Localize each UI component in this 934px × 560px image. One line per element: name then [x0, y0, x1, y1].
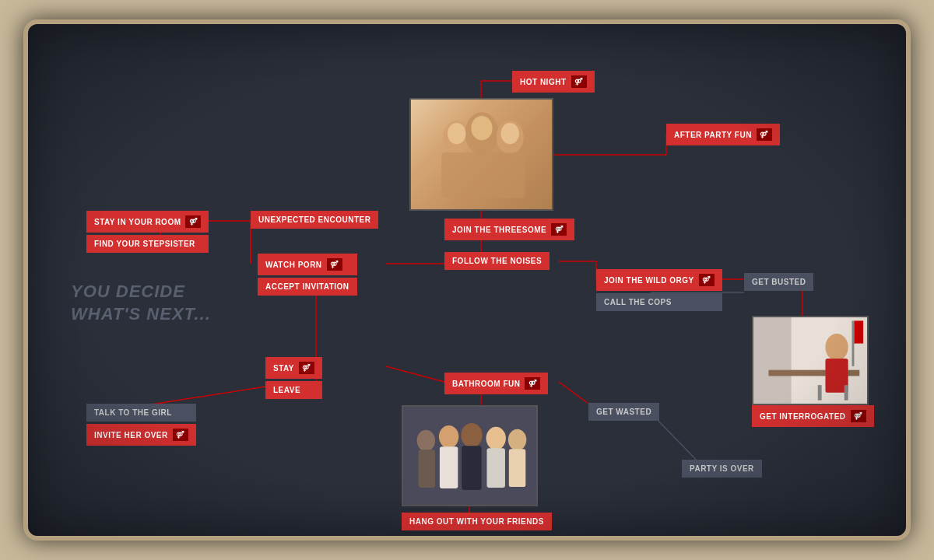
- scene-image-interrogation[interactable]: [752, 316, 869, 405]
- svg-point-47: [439, 425, 458, 448]
- svg-point-32: [448, 123, 465, 144]
- join-threesome-node[interactable]: JOIN THE THREESOME ⚤: [444, 219, 574, 240]
- get-wasted-node[interactable]: GET WASTED: [588, 403, 659, 421]
- unexpected-encounter-button[interactable]: UNEXPECTED ENCOUNTER: [251, 211, 378, 229]
- sexy-icon: ⚤: [699, 274, 715, 286]
- talk-to-girl-button[interactable]: TALK TO THE GIRL: [86, 404, 196, 422]
- get-busted-button[interactable]: GET BUSTED: [744, 273, 813, 291]
- get-wasted-button[interactable]: GET WASTED: [588, 403, 659, 421]
- party-over-node[interactable]: PARTY IS OVER: [682, 460, 762, 478]
- stay-in-room-button[interactable]: STAY IN YOUR ROOM ⚤: [86, 211, 209, 233]
- svg-rect-46: [419, 450, 435, 488]
- join-threesome-button[interactable]: JOIN THE THREESOME ⚤: [444, 219, 574, 240]
- call-cops-button[interactable]: CALL THE COPS: [596, 293, 722, 311]
- get-interrogated-node[interactable]: GET INTERROGATED ⚤: [752, 405, 874, 427]
- find-stepsister-button[interactable]: FIND YOUR STEPSISTER: [86, 235, 209, 253]
- leave-button[interactable]: LEAVE: [265, 381, 322, 399]
- hang-out-button[interactable]: HANG OUT WITH YOUR FRIENDS: [402, 513, 552, 530]
- scene-image-party[interactable]: [402, 405, 538, 506]
- svg-rect-40: [818, 385, 822, 400]
- svg-rect-54: [509, 449, 525, 487]
- svg-rect-42: [852, 320, 855, 366]
- after-party-fun-button[interactable]: AFTER PARTY FUN ⚤: [666, 124, 780, 145]
- sexy-icon: ⚤: [299, 362, 314, 374]
- svg-rect-43: [854, 320, 863, 343]
- svg-point-53: [508, 429, 526, 450]
- stay-button[interactable]: STAY ⚤: [265, 357, 322, 379]
- hot-night-node[interactable]: HOT NIGHT ⚤: [512, 71, 595, 93]
- orgy-group: JOIN THE WILD ORGY ⚤ CALL THE COPS: [596, 269, 722, 311]
- party-over-button[interactable]: PARTY IS OVER: [682, 460, 762, 478]
- svg-point-45: [417, 430, 435, 451]
- svg-rect-36: [753, 317, 792, 404]
- sexy-icon: ⚤: [551, 223, 567, 236]
- bathroom-fun-node[interactable]: BATHROOM FUN ⚤: [444, 373, 548, 394]
- follow-noises-button[interactable]: FOLLOW THE NOISES: [444, 252, 550, 270]
- sexy-icon: ⚤: [757, 128, 772, 141]
- hang-out-node[interactable]: HANG OUT WITH YOUR FRIENDS: [402, 513, 552, 530]
- svg-rect-41: [844, 385, 848, 400]
- invite-her-over-button[interactable]: INVITE HER OVER ⚤: [86, 424, 196, 446]
- accept-invitation-button[interactable]: ACCEPT INVITATION: [258, 278, 357, 296]
- svg-rect-31: [441, 152, 525, 198]
- svg-point-33: [471, 116, 492, 140]
- unexpected-encounter-node[interactable]: UNEXPECTED ENCOUNTER: [251, 211, 378, 229]
- svg-rect-50: [462, 446, 481, 490]
- watch-group: WATCH PORN ⚤ ACCEPT INVITATION: [258, 254, 357, 296]
- join-wild-orgy-button[interactable]: JOIN THE WILD ORGY ⚤: [596, 269, 722, 291]
- game-board: YOU DECIDE WHAT'S NEXT...: [23, 19, 911, 541]
- sexy-icon: ⚤: [851, 410, 866, 422]
- sexy-icon: ⚤: [525, 377, 540, 390]
- watch-porn-button[interactable]: WATCH PORN ⚤: [258, 254, 357, 275]
- girl-group: TALK TO THE GIRL INVITE HER OVER ⚤: [86, 404, 196, 446]
- sexy-icon: ⚤: [185, 215, 201, 228]
- svg-point-34: [500, 123, 518, 144]
- tagline: YOU DECIDE WHAT'S NEXT...: [71, 281, 211, 325]
- after-party-fun-node[interactable]: AFTER PARTY FUN ⚤: [666, 124, 780, 145]
- get-busted-node[interactable]: GET BUSTED: [744, 273, 813, 291]
- sexy-icon: ⚤: [173, 429, 188, 441]
- svg-rect-52: [486, 448, 504, 488]
- bathroom-fun-button[interactable]: BATHROOM FUN ⚤: [444, 373, 548, 394]
- svg-point-38: [825, 334, 848, 361]
- svg-line-27: [146, 387, 265, 405]
- svg-point-51: [486, 427, 506, 450]
- scene-image-threesome[interactable]: [409, 98, 553, 211]
- svg-point-49: [461, 423, 482, 447]
- sexy-icon: ⚤: [571, 75, 587, 88]
- follow-noises-node[interactable]: FOLLOW THE NOISES: [444, 252, 550, 270]
- svg-line-23: [559, 382, 588, 404]
- svg-line-20: [386, 366, 444, 382]
- sexy-icon: ⚤: [327, 258, 342, 271]
- stay-leave-group: STAY ⚤ LEAVE: [265, 357, 322, 399]
- hot-night-button[interactable]: HOT NIGHT ⚤: [512, 71, 595, 93]
- room-group: STAY IN YOUR ROOM ⚤ FIND YOUR STEPSISTER: [86, 211, 209, 253]
- get-interrogated-button[interactable]: GET INTERROGATED ⚤: [752, 405, 874, 427]
- svg-rect-48: [440, 446, 458, 488]
